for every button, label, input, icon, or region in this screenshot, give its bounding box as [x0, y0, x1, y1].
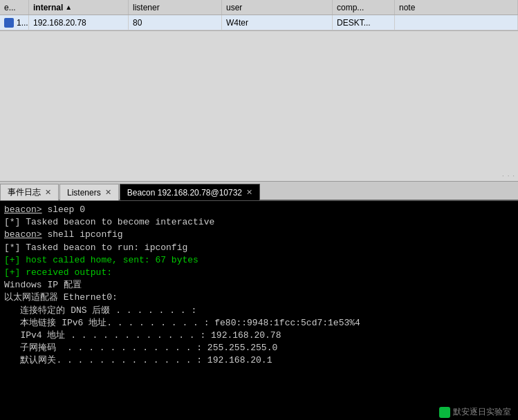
watermark: 默安逐日实验室 [439, 406, 511, 418]
col-header-e[interactable]: e... [0, 0, 29, 15]
tab-close-beacon[interactable]: ✕ [246, 188, 252, 197]
col-header-listener[interactable]: listener [129, 0, 222, 15]
col-header-note[interactable]: note [395, 0, 518, 15]
cell-note [395, 15, 518, 30]
tab-beacon[interactable]: Beacon 192.168.20.78@10732 ✕ [120, 184, 260, 200]
cell-listener: 80 [129, 15, 222, 30]
wechat-icon [439, 407, 450, 418]
cell-internal: 192.168.20.78 [29, 15, 129, 30]
bottom-section: beacon> sleep 0[*] Tasked beacon to beco… [0, 201, 518, 420]
terminal-line: 默认网关. . . . . . . . . . . . . : 192.168.… [4, 354, 514, 367]
terminal-line: [*] Tasked beacon to become interactive [4, 216, 514, 229]
tab-listeners[interactable]: Listeners ✕ [59, 184, 119, 200]
sort-arrow: ▲ [65, 3, 72, 11]
col-header-user[interactable]: user [222, 0, 333, 15]
table-area: e... internal ▲ listener user comp... no… [0, 0, 518, 31]
table-header: e... internal ▲ listener user comp... no… [0, 0, 518, 15]
terminal-line: beacon> shell ipconfig [4, 229, 514, 241]
terminal-line: 子网掩码 . . . . . . . . . . . . : 255.255.2… [4, 342, 514, 354]
cell-comp: DESKT... [333, 15, 395, 30]
col-header-comp[interactable]: comp... [333, 0, 395, 15]
terminal-line: [+] host called home, sent: 67 bytes [4, 254, 514, 267]
cell-e: 1... [0, 15, 29, 30]
tab-close-listeners[interactable]: ✕ [105, 188, 111, 197]
terminal[interactable]: beacon> sleep 0[*] Tasked beacon to beco… [0, 201, 518, 420]
cell-user: W4ter [222, 15, 333, 30]
empty-area: · · · [0, 31, 518, 182]
tab-bar: 事件日志 ✕ Listeners ✕ Beacon 192.168.20.78@… [0, 182, 518, 201]
terminal-line: 以太网适配器 Ethernet0: [4, 292, 514, 304]
table-row[interactable]: 1... 192.168.20.78 80 W4ter DESKT... [0, 15, 518, 30]
terminal-line: IPv4 地址 . . . . . . . . . . . . : 192.16… [4, 330, 514, 342]
terminal-line: Windows IP 配置 [4, 279, 514, 292]
terminal-line: 本地链接 IPv6 地址. . . . . . . . . : fe80::99… [4, 317, 514, 330]
terminal-line: 连接特定的 DNS 后缀 . . . . . . . : [4, 305, 514, 317]
tab-close-event-log[interactable]: ✕ [45, 188, 51, 197]
terminal-line: [+] received output: [4, 267, 514, 279]
tab-event-log[interactable]: 事件日志 ✕ [0, 184, 59, 200]
beacon-icon [4, 18, 14, 28]
col-header-internal[interactable]: internal ▲ [29, 0, 129, 15]
terminal-line: beacon> sleep 0 [4, 204, 514, 216]
drag-handle[interactable]: · · · [499, 171, 518, 181]
terminal-line: [*] Tasked beacon to run: ipconfig [4, 242, 514, 254]
